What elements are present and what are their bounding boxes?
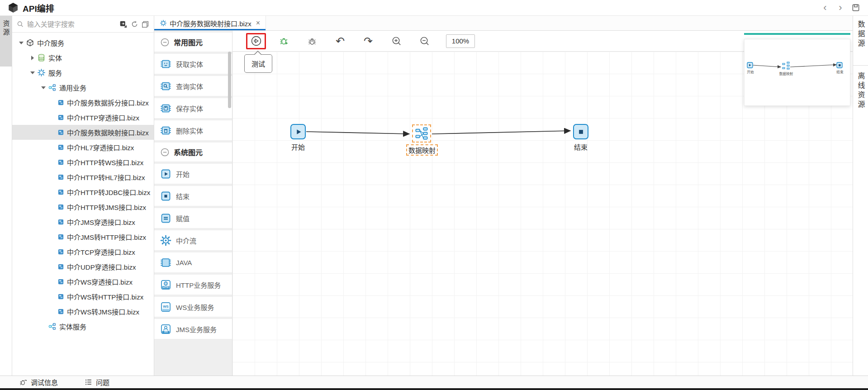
- tree-file-item[interactable]: 中介服务数据拆分接口.bizx: [12, 95, 154, 110]
- tree-file-item[interactable]: 中介JMS转HTTP接口.bizx: [12, 229, 154, 244]
- tree-file-item[interactable]: 中介JMS穿透接口.bizx: [12, 214, 154, 229]
- caret-right-icon[interactable]: [29, 55, 36, 61]
- tab-close-icon[interactable]: ×: [256, 19, 260, 27]
- caret-down-icon[interactable]: [18, 40, 24, 46]
- palette-group-common[interactable]: 常用图元: [154, 33, 232, 52]
- palette-scrollbar[interactable]: [228, 52, 231, 108]
- tree-file-label: 中介UDP穿透接口.bizx: [67, 262, 136, 271]
- debug-info-button[interactable]: 调试信息: [19, 377, 58, 387]
- bottom-bar: 调试信息 问题: [0, 376, 868, 388]
- search-input[interactable]: [27, 20, 117, 28]
- tree-file-label: 中介JMS转HTTP接口.bizx: [67, 232, 146, 242]
- palette-item-delete-entity[interactable]: 删除实体: [154, 120, 232, 140]
- zoom-in-button[interactable]: [386, 33, 406, 49]
- bizx-file-icon: [57, 174, 64, 181]
- node-end[interactable]: [573, 124, 588, 139]
- debug-step-button[interactable]: [302, 33, 322, 49]
- tree-file-label: 中介HTTP转HL7接口.bizx: [67, 172, 145, 182]
- tree-file-item[interactable]: 中介WS转JMS接口.bizx: [12, 304, 154, 319]
- tree-node-root[interactable]: 中介服务: [12, 35, 154, 50]
- tree-file-label: 中介服务数据拆分接口.bizx: [67, 98, 149, 107]
- save-icon[interactable]: [850, 2, 862, 14]
- bizx-file-icon: [57, 308, 64, 315]
- collapse-panels-icon[interactable]: [141, 19, 150, 29]
- bizx-file-icon: [57, 129, 64, 136]
- tree-file-item[interactable]: 中介TCP穿透接口.bizx: [12, 244, 154, 259]
- palette-item-query-entity[interactable]: 查询实体: [154, 76, 232, 96]
- tree-file-item[interactable]: 中介HTTP转JMS接口.bizx: [12, 200, 154, 214]
- left-rail: 资源: [0, 16, 12, 376]
- zoom-level[interactable]: 100%: [446, 34, 475, 48]
- node-label-data-mapping: 数据映射: [406, 144, 438, 156]
- minimap-panel[interactable]: 开始 数据映射 结束: [744, 39, 850, 106]
- data-mapping-icon: [414, 126, 429, 141]
- tree-node-business[interactable]: 通用业务: [12, 80, 154, 95]
- tree-file-item[interactable]: 中介WS转HTTP接口.bizx: [12, 289, 154, 304]
- search-row: [12, 16, 154, 33]
- tree-file-item[interactable]: 中介HL7穿透接口.bizx: [12, 140, 154, 155]
- palette-item-get-entity[interactable]: 获取实体: [154, 54, 232, 74]
- title-bar: API编排 ‹ ›: [0, 0, 868, 15]
- rail-tab-resources[interactable]: 资源: [0, 16, 12, 67]
- ws-service-icon: WS: [160, 301, 172, 313]
- node-start[interactable]: [290, 124, 306, 139]
- tree-file-item[interactable]: 中介HTTP穿透接口.bizx: [12, 110, 154, 125]
- tree-file-label: 中介HL7穿透接口.bizx: [67, 143, 134, 152]
- problems-button[interactable]: 问题: [84, 377, 109, 387]
- palette-item-assign[interactable]: 赋值: [154, 208, 232, 228]
- node-data-mapping[interactable]: [412, 124, 431, 143]
- zoom-in-icon: [391, 36, 402, 46]
- tree-file-label: 中介WS转HTTP接口.bizx: [67, 292, 143, 301]
- svg-text:WS: WS: [163, 304, 169, 308]
- tree-node-entity-service[interactable]: 实体服务: [12, 319, 154, 334]
- edge-start-to-mapping: [306, 132, 409, 134]
- tree-label: 中介服务: [37, 38, 64, 48]
- rail-tab-data-source[interactable]: 数据源: [853, 16, 868, 66]
- rail-tab-offline-resources[interactable]: 离线资源: [853, 66, 868, 133]
- tree-node-service[interactable]: 服务: [12, 65, 154, 80]
- palette-item-mediation-flow[interactable]: 中介流: [154, 230, 232, 250]
- palette-item-java[interactable]: JAVA: [154, 252, 232, 272]
- zoom-out-button[interactable]: [414, 33, 434, 49]
- tree-file-label: 中介HTTP转JDBC接口.bizx: [67, 187, 150, 197]
- redo-icon: ↷: [364, 36, 373, 47]
- minimap-accent-bar: [744, 33, 850, 35]
- debug-run-button[interactable]: [274, 33, 294, 49]
- list-icon: [84, 378, 93, 386]
- palette-group-system[interactable]: 系统图元: [154, 143, 232, 162]
- palette-item-jms-service[interactable]: JMS JMS业务服务: [154, 319, 232, 339]
- tree-file-item[interactable]: 中介UDP穿透接口.bizx: [12, 259, 154, 274]
- caret-down-icon[interactable]: [29, 70, 36, 76]
- tree-file-item[interactable]: 中介HTTP转JDBC接口.bizx: [12, 185, 154, 200]
- caret-down-icon[interactable]: [40, 85, 47, 91]
- locate-icon[interactable]: [119, 19, 128, 29]
- test-button[interactable]: [246, 33, 266, 49]
- palette-item-ws-service[interactable]: WS WS业务服务: [154, 297, 232, 317]
- nav-back-icon[interactable]: ‹: [819, 2, 831, 14]
- bizx-file-icon: [57, 263, 64, 270]
- tree-file-label: 中介HTTP穿透接口.bizx: [67, 113, 139, 122]
- palette-item-http-service[interactable]: HTTP HTTP业务服务: [154, 275, 232, 295]
- palette-item-end[interactable]: 结束: [154, 186, 232, 206]
- undo-icon: ↶: [336, 36, 345, 47]
- tree-file-item[interactable]: 中介WS穿透接口.bizx: [12, 274, 154, 289]
- nav-forward-icon[interactable]: ›: [835, 2, 846, 14]
- tree-file-label: 中介HTTP转WS接口.bizx: [67, 157, 143, 167]
- tree-file-label: 中介HTTP转JMS接口.bizx: [67, 202, 146, 212]
- minimap: 开始 数据映射 结束: [744, 33, 850, 106]
- refresh-icon[interactable]: [130, 19, 139, 29]
- tree-label: 服务: [48, 68, 62, 77]
- minimap-flow: [745, 39, 851, 106]
- palette-item-start[interactable]: 开始: [154, 164, 232, 184]
- palette-item-save-entity[interactable]: 保存实体: [154, 98, 232, 118]
- redo-button[interactable]: ↷: [358, 33, 378, 49]
- tree-file-item[interactable]: 中介服务数据映射接口.bizx: [12, 125, 154, 140]
- branch-network-icon: [48, 83, 57, 92]
- tree-file-item[interactable]: 中介HTTP转HL7接口.bizx: [12, 170, 154, 185]
- tree-label: 通用业务: [59, 83, 86, 92]
- undo-button[interactable]: ↶: [330, 33, 350, 49]
- tree-file-item[interactable]: 中介HTTP转WS接口.bizx: [12, 155, 154, 170]
- tab-data-mapping-interface[interactable]: 中介服务数据映射接口.bizx ×: [154, 16, 266, 30]
- tree-file-label: 中介服务数据映射接口.bizx: [67, 128, 149, 137]
- tree-node-entity[interactable]: 实体: [12, 50, 154, 65]
